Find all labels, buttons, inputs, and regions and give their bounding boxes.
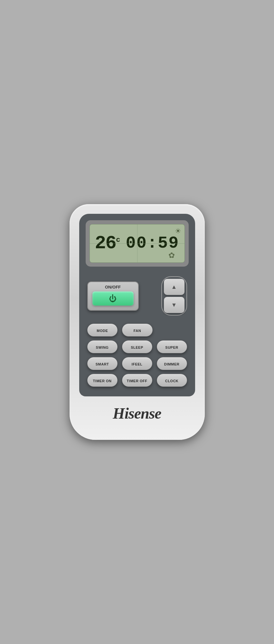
dimmer-button[interactable]: DIMMER [157,357,187,370]
down-button[interactable]: ▼ [164,297,184,313]
super-button[interactable]: SUPER [157,340,187,353]
onoff-nav-row: ON/OFF ⏻ ▲ ▼ [87,276,187,316]
smart-button[interactable]: SMART [87,357,118,370]
fan-label: FAN [122,329,152,333]
controls-area: ON/OFF ⏻ ▲ ▼ [86,276,189,387]
swing-button[interactable]: SWING [87,340,118,353]
lcd-display: 26c 00:59 ☀ ✿ [90,224,185,263]
onoff-button-group[interactable]: ON/OFF ⏻ [87,281,139,311]
timer-on-label: TIMER ON [88,379,117,383]
display-container: 26c 00:59 ☀ ✿ [86,220,189,267]
timer-off-label: TIMER OFF [122,379,152,383]
fan-button[interactable]: FAN [122,324,153,336]
super-label: SUPER [157,346,187,349]
sun-icon: ☀ [175,227,181,235]
timer-off-button[interactable]: TIMER OFF [122,374,152,387]
mode-button[interactable]: MODE [87,324,118,336]
power-symbol: ⏻ [109,294,117,303]
dimmer-label: DIMMER [157,362,187,366]
temp-unit: c [116,236,119,244]
brand-section: Hisense [79,400,195,424]
row-timers-clock: TIMER ON TIMER OFF CLOCK [87,374,187,387]
button-rows: MODE FAN SWING SLEEP SUPE [87,324,187,387]
power-button[interactable]: ⏻ [92,291,134,306]
remote-control: 26c 00:59 ☀ ✿ ON/OFF ⏻ ▲ [70,204,205,440]
row-mode-fan: MODE FAN [87,324,187,336]
brand-name: Hisense [79,404,195,422]
ifeel-label: IFEEL [122,362,152,366]
sleep-button[interactable]: SLEEP [122,340,152,353]
ifeel-button[interactable]: IFEEL [122,357,152,370]
up-button[interactable]: ▲ [164,279,184,295]
timer-on-button[interactable]: TIMER ON [87,374,118,387]
down-arrow-icon: ▼ [171,302,177,308]
row-smart-ifeel-dimmer: SMART IFEEL DIMMER [87,357,187,370]
onoff-label: ON/OFF [92,285,134,289]
swing-label: SWING [88,346,117,349]
sleep-label: SLEEP [122,346,152,349]
row-swing-sleep-super: SWING SLEEP SUPER [87,340,187,353]
smart-label: SMART [88,362,117,366]
mode-label: MODE [88,329,118,333]
nav-cluster: ▲ ▼ [161,276,187,316]
display-vdivider [137,224,137,262]
clock-button[interactable]: CLOCK [157,374,187,387]
remote-body: 26c 00:59 ☀ ✿ ON/OFF ⏻ ▲ [79,214,195,396]
up-arrow-icon: ▲ [171,284,177,290]
fan-icon: ✿ [168,251,175,260]
clock-label: CLOCK [157,379,187,383]
